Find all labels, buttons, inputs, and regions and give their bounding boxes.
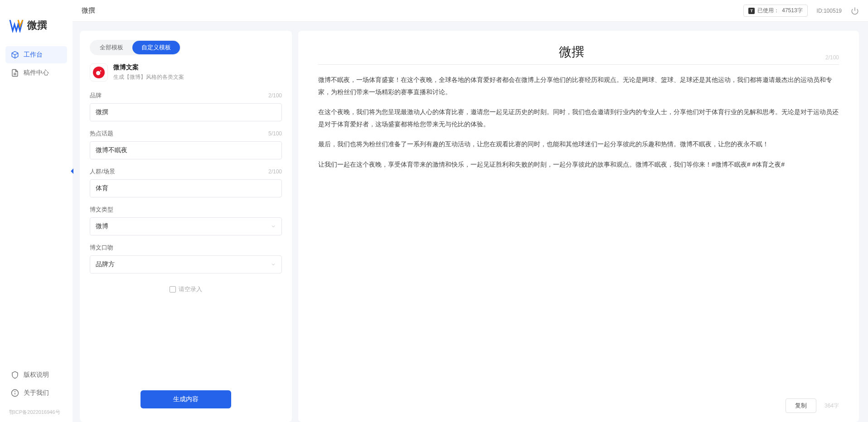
output-page: 2/100 bbox=[825, 54, 839, 61]
usage-value: 47513字 bbox=[782, 7, 802, 14]
brand-input[interactable] bbox=[90, 103, 282, 121]
text-icon: T bbox=[748, 8, 755, 14]
sidebar: 微撰 工作台 稿件中心 bbox=[0, 0, 73, 422]
logo: 微撰 bbox=[0, 14, 73, 46]
footer-about[interactable]: 关于我们 bbox=[5, 384, 67, 402]
content: 全部模板 自定义模板 微博文案 生成【微博】风格的各类文案 bbox=[73, 22, 868, 422]
output-paragraph: 微博不眠夜，一场体育盛宴！在这个夜晚，全球各地的体育爱好者都会在微博上分享他们的… bbox=[318, 74, 839, 98]
tabs: 全部模板 自定义模板 bbox=[90, 40, 181, 55]
field-brand-count: 2/100 bbox=[268, 92, 282, 99]
template-desc: 生成【微博】风格的各类文案 bbox=[113, 73, 184, 81]
main: 微撰 T 已使用： 47513字 ID:100519 全部模板 自定义模 bbox=[73, 0, 868, 422]
scene-input[interactable] bbox=[90, 179, 282, 197]
document-icon bbox=[11, 69, 19, 77]
chevron-down-icon bbox=[271, 224, 276, 229]
form: 品牌 2/100 热点话题 5/100 人群 bbox=[90, 91, 282, 381]
output-title-row: 微撰 2/100 bbox=[318, 43, 839, 65]
field-topic-label: 热点话题 bbox=[90, 129, 113, 138]
field-scene-count: 2/100 bbox=[268, 168, 282, 175]
nav-workspace-label: 工作台 bbox=[24, 51, 43, 59]
field-tone: 博文口吻 品牌方 bbox=[90, 244, 282, 273]
template-header: 微博文案 生成【微博】风格的各类文案 bbox=[90, 63, 282, 82]
footer-copyright[interactable]: 版权说明 bbox=[5, 366, 67, 384]
panel-left: 全部模板 自定义模板 微博文案 生成【微博】风格的各类文案 bbox=[80, 31, 292, 422]
template-icon bbox=[90, 63, 108, 82]
power-icon[interactable] bbox=[851, 7, 859, 15]
svg-point-5 bbox=[100, 70, 102, 72]
field-type-label: 博文类型 bbox=[90, 206, 113, 214]
tab-all[interactable]: 全部模板 bbox=[91, 41, 132, 54]
field-topic-count: 5/100 bbox=[268, 130, 282, 137]
field-topic: 热点话题 5/100 bbox=[90, 129, 282, 159]
icp-text: 鄂ICP备2022016946号 bbox=[0, 406, 73, 422]
nav-drafts[interactable]: 稿件中心 bbox=[5, 64, 67, 82]
field-type: 博文类型 微博 bbox=[90, 206, 282, 235]
field-scene-label: 人群/场景 bbox=[90, 168, 115, 176]
topbar-right: T 已使用： 47513字 ID:100519 bbox=[743, 5, 859, 17]
shield-icon bbox=[11, 371, 19, 379]
tone-select-value: 品牌方 bbox=[96, 260, 115, 269]
char-count: 364字 bbox=[824, 402, 839, 410]
empty-hint: 请空录入 bbox=[90, 282, 282, 297]
type-select[interactable]: 微博 bbox=[90, 217, 282, 235]
field-brand-label: 品牌 bbox=[90, 91, 102, 100]
output-paragraph: 最后，我们也将为粉丝们准备了一系列有趣的互动活动，让您在观看比赛的同时，也能和其… bbox=[318, 138, 839, 150]
type-select-value: 微博 bbox=[96, 222, 108, 230]
id-text: ID:100519 bbox=[817, 8, 842, 14]
square-icon bbox=[170, 286, 176, 293]
nav: 工作台 稿件中心 bbox=[0, 46, 73, 366]
output-body: 微博不眠夜，一场体育盛宴！在这个夜晚，全球各地的体育爱好者都会在微博上分享他们的… bbox=[318, 74, 839, 393]
generate-button[interactable]: 生成内容 bbox=[141, 390, 231, 408]
template-title: 微博文案 bbox=[113, 63, 184, 72]
nav-workspace[interactable]: 工作台 bbox=[5, 46, 67, 63]
weibo-icon bbox=[93, 67, 105, 78]
svg-point-4 bbox=[96, 71, 100, 75]
topic-input[interactable] bbox=[90, 141, 282, 159]
output-title: 微撰 bbox=[318, 43, 825, 61]
sidebar-footer: 版权说明 关于我们 bbox=[0, 366, 73, 406]
topbar: 微撰 T 已使用： 47513字 ID:100519 bbox=[73, 0, 868, 22]
collapse-handle-icon[interactable] bbox=[69, 168, 76, 175]
output-paragraph: 在这个夜晚，我们将为您呈现最激动人心的体育比赛，邀请您一起见证历史的时刻。同时，… bbox=[318, 106, 839, 130]
footer-about-label: 关于我们 bbox=[24, 389, 49, 397]
output-paragraph: 让我们一起在这个夜晚，享受体育带来的激情和快乐，一起见证胜利和失败的时刻，一起分… bbox=[318, 158, 839, 171]
chevron-down-icon bbox=[271, 262, 276, 267]
field-scene: 人群/场景 2/100 bbox=[90, 168, 282, 197]
page-title: 微撰 bbox=[82, 6, 95, 15]
usage-label: 已使用： bbox=[757, 7, 779, 14]
tone-select[interactable]: 品牌方 bbox=[90, 255, 282, 273]
logo-text: 微撰 bbox=[27, 19, 47, 32]
nav-drafts-label: 稿件中心 bbox=[24, 69, 49, 77]
svg-point-2 bbox=[15, 392, 15, 392]
copy-button[interactable]: 复制 bbox=[786, 398, 816, 413]
panel-right: 微撰 2/100 微博不眠夜，一场体育盛宴！在这个夜晚，全球各地的体育爱好者都会… bbox=[298, 31, 859, 422]
output-footer: 复制 364字 bbox=[318, 393, 839, 413]
field-tone-label: 博文口吻 bbox=[90, 244, 113, 252]
logo-icon bbox=[9, 18, 24, 33]
cube-icon bbox=[11, 51, 19, 59]
field-brand: 品牌 2/100 bbox=[90, 91, 282, 121]
footer-copyright-label: 版权说明 bbox=[24, 371, 49, 379]
info-icon bbox=[11, 389, 19, 397]
tab-custom[interactable]: 自定义模板 bbox=[132, 41, 180, 54]
usage-badge[interactable]: T 已使用： 47513字 bbox=[743, 5, 807, 17]
empty-hint-text: 请空录入 bbox=[179, 285, 202, 293]
